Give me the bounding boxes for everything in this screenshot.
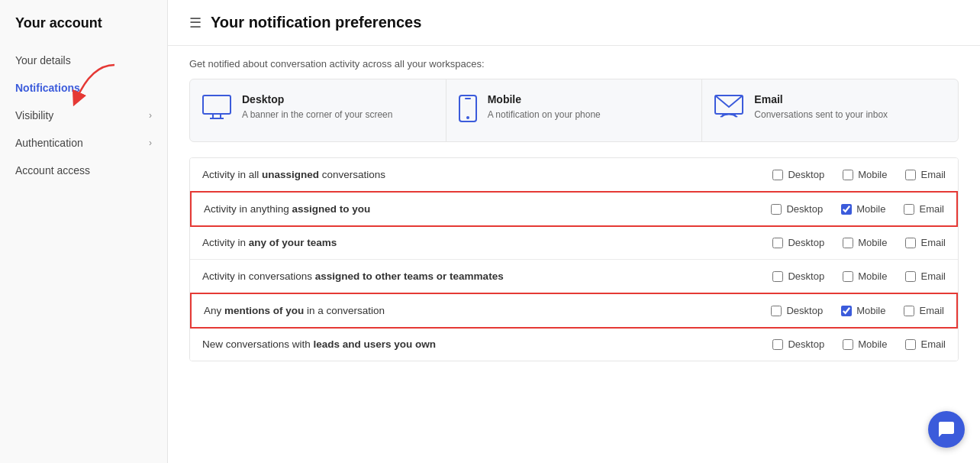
sidebar: Your account Your detailsNotificationsVi… xyxy=(0,0,168,463)
checkbox-mobile-leads-users[interactable] xyxy=(843,339,853,350)
notif-checkboxes: DesktopMobileEmail xyxy=(772,270,946,282)
sidebar-item-authentication[interactable]: Authentication› xyxy=(0,129,167,157)
sidebar-item-label: Notifications xyxy=(15,82,80,94)
checkbox-label-desktop: Desktop xyxy=(786,203,823,215)
checkbox-group-email[interactable]: Email xyxy=(905,338,946,350)
checkbox-label-mobile: Mobile xyxy=(858,338,887,350)
notif-row-label: New conversations with leads and users y… xyxy=(202,338,772,350)
checkbox-group-email[interactable]: Email xyxy=(904,203,944,215)
checkbox-label-mobile: Mobile xyxy=(858,169,887,180)
checkbox-email-leads-users[interactable] xyxy=(905,339,916,350)
notif-row-label: Activity in all unassigned conversations xyxy=(202,169,772,180)
notif-card-content: EmailConversations sent to your inbox xyxy=(754,93,888,121)
checkbox-email-mentions[interactable] xyxy=(904,306,914,316)
mobile-icon xyxy=(459,95,477,128)
checkbox-group-mobile[interactable]: Mobile xyxy=(843,237,887,248)
checkbox-email-other-teams[interactable] xyxy=(905,271,916,282)
notif-card-email: EmailConversations sent to your inbox xyxy=(702,79,958,141)
checkbox-mobile-assigned-to-you[interactable] xyxy=(841,204,852,215)
notif-checkboxes: DesktopMobileEmail xyxy=(771,203,944,215)
notif-checkboxes: DesktopMobileEmail xyxy=(771,305,944,316)
email-icon xyxy=(714,95,743,123)
sidebar-item-notifications[interactable]: Notifications xyxy=(0,74,167,102)
notif-card-content: MobileA notification on your phone xyxy=(488,93,601,121)
notif-row-leads-users: New conversations with leads and users y… xyxy=(190,328,958,361)
notif-row-other-teams: Activity in conversations assigned to ot… xyxy=(190,260,958,293)
checkbox-desktop-unassigned[interactable] xyxy=(772,170,783,180)
checkbox-label-email: Email xyxy=(920,270,946,282)
main-header: ☰ Your notification preferences xyxy=(168,0,980,46)
checkbox-desktop-other-teams[interactable] xyxy=(772,271,783,282)
checkbox-group-desktop[interactable]: Desktop xyxy=(772,270,824,282)
sidebar-item-visibility[interactable]: Visibility› xyxy=(0,102,167,129)
notif-card-description: A notification on your phone xyxy=(488,108,601,121)
checkbox-desktop-your-teams[interactable] xyxy=(772,238,783,248)
page-title: Your notification preferences xyxy=(211,14,421,31)
notification-cards: DesktopA banner in the corner of your sc… xyxy=(189,79,959,142)
main-content: ☰ Your notification preferences Get noti… xyxy=(168,0,980,463)
notif-row-label: Activity in any of your teams xyxy=(202,237,772,248)
checkbox-group-mobile[interactable]: Mobile xyxy=(841,305,885,316)
notif-row-unassigned: Activity in all unassigned conversations… xyxy=(190,158,958,192)
checkbox-group-mobile[interactable]: Mobile xyxy=(843,270,887,282)
checkbox-label-mobile: Mobile xyxy=(856,203,885,215)
notif-row-label: Any mentions of you in a conversation xyxy=(204,305,771,316)
checkbox-group-desktop[interactable]: Desktop xyxy=(771,203,823,215)
checkbox-email-unassigned[interactable] xyxy=(905,170,916,180)
checkbox-label-desktop: Desktop xyxy=(788,338,824,350)
chevron-icon: › xyxy=(149,110,152,121)
checkbox-group-desktop[interactable]: Desktop xyxy=(771,305,823,316)
checkbox-group-desktop[interactable]: Desktop xyxy=(772,338,824,350)
sidebar-item-your-details[interactable]: Your details xyxy=(0,47,167,74)
checkbox-mobile-unassigned[interactable] xyxy=(843,170,853,180)
checkbox-email-assigned-to-you[interactable] xyxy=(904,204,914,215)
checkbox-group-email[interactable]: Email xyxy=(905,270,946,282)
notif-row-mentions: Any mentions of you in a conversationDes… xyxy=(190,293,958,329)
checkbox-group-mobile[interactable]: Mobile xyxy=(841,203,885,215)
notif-card-title: Email xyxy=(754,93,888,105)
sidebar-item-label: Account access xyxy=(15,164,90,176)
checkbox-group-mobile[interactable]: Mobile xyxy=(843,169,887,180)
notif-card-description: A banner in the corner of your screen xyxy=(242,108,392,121)
checkbox-label-mobile: Mobile xyxy=(856,305,885,316)
checkbox-label-mobile: Mobile xyxy=(858,270,887,282)
sidebar-item-label: Visibility xyxy=(15,109,53,121)
checkbox-desktop-mentions[interactable] xyxy=(771,306,782,316)
checkbox-label-desktop: Desktop xyxy=(786,305,823,316)
checkbox-label-email: Email xyxy=(920,338,946,350)
checkbox-group-email[interactable]: Email xyxy=(905,237,946,248)
checkbox-desktop-assigned-to-you[interactable] xyxy=(771,204,782,215)
sidebar-item-account-access[interactable]: Account access xyxy=(0,157,167,184)
intro-text: Get notified about conversation activity… xyxy=(189,46,959,79)
sidebar-title: Your account xyxy=(0,15,167,47)
notif-checkboxes: DesktopMobileEmail xyxy=(772,338,946,350)
sidebar-item-label: Authentication xyxy=(15,137,83,149)
notif-card-content: DesktopA banner in the corner of your sc… xyxy=(242,93,392,121)
checkbox-group-desktop[interactable]: Desktop xyxy=(772,237,824,248)
desktop-icon xyxy=(202,95,231,125)
checkbox-mobile-mentions[interactable] xyxy=(841,306,852,316)
notif-checkboxes: DesktopMobileEmail xyxy=(772,169,946,180)
checkbox-label-desktop: Desktop xyxy=(788,169,824,180)
checkbox-label-desktop: Desktop xyxy=(788,237,824,248)
hamburger-icon: ☰ xyxy=(189,15,201,31)
chat-bubble-button[interactable] xyxy=(928,411,965,448)
checkbox-mobile-other-teams[interactable] xyxy=(843,271,853,282)
checkbox-label-email: Email xyxy=(920,169,946,180)
checkbox-group-mobile[interactable]: Mobile xyxy=(843,338,887,350)
notif-checkboxes: DesktopMobileEmail xyxy=(772,237,946,248)
checkbox-group-email[interactable]: Email xyxy=(905,169,946,180)
checkbox-label-email: Email xyxy=(920,237,946,248)
checkbox-group-desktop[interactable]: Desktop xyxy=(772,169,824,180)
checkbox-label-desktop: Desktop xyxy=(788,270,824,282)
checkbox-mobile-your-teams[interactable] xyxy=(843,238,853,248)
notification-rows: Activity in all unassigned conversations… xyxy=(189,157,959,361)
notif-row-your-teams: Activity in any of your teamsDesktopMobi… xyxy=(190,226,958,260)
sidebar-item-label: Your details xyxy=(15,54,71,66)
checkbox-group-email[interactable]: Email xyxy=(904,305,944,316)
checkbox-email-your-teams[interactable] xyxy=(905,238,916,248)
checkbox-label-email: Email xyxy=(919,305,944,316)
notif-row-label: Activity in conversations assigned to ot… xyxy=(202,270,772,282)
chevron-icon: › xyxy=(149,138,152,148)
checkbox-desktop-leads-users[interactable] xyxy=(772,339,783,350)
